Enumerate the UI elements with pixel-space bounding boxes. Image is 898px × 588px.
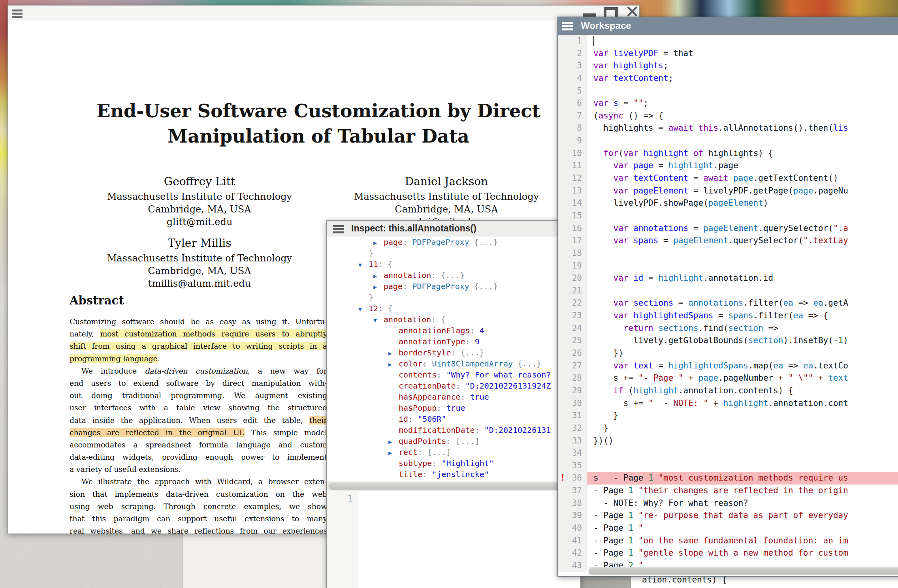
error-marker-icon[interactable]: ! [560, 472, 565, 485]
code-line-source[interactable]: - Page 1 "their changes are reflected in… [587, 485, 898, 497]
code-line[interactable]: 33})() [558, 435, 898, 447]
code-line[interactable]: 25 lively.getGlobalBounds(section).inset… [558, 334, 898, 347]
code-line[interactable]: 41- Page 1 "on the same fundamental foun… [558, 535, 898, 547]
code-line[interactable]: 21 [558, 285, 898, 297]
code-line-source[interactable]: if (highlight.annotation.contents) { [587, 385, 898, 397]
code-line[interactable]: 17 var spans = pageElement.querySelector… [558, 235, 898, 247]
inspector-tree-row[interactable]: hasAppearance: true [327, 391, 580, 402]
code-line[interactable]: 3var highlights; [558, 60, 898, 72]
code-line[interactable]: 35 [558, 460, 898, 472]
code-line-source[interactable]: } [587, 410, 898, 422]
code-line-source[interactable]: lively.getGlobalBounds(section).insetBy(… [587, 334, 898, 347]
inspector-tree-row[interactable]: hasPopup: true [327, 402, 580, 413]
code-line-source[interactable]: s += " - NOTE: " + highlight.annotation.… [587, 397, 898, 410]
code-line-source[interactable]: s - Page 1 "most customization methods r… [587, 472, 898, 485]
inspector-tree-row[interactable]: title: "jenslincke" [327, 469, 580, 480]
inspector-tree-row[interactable]: modificationDate: "D:20210226131 [327, 425, 580, 436]
code-line-source[interactable]: var page = highlight.page [587, 160, 898, 172]
code-line[interactable]: 29 if (highlight.annotation.contents) { [558, 385, 898, 397]
inspector-tree-row[interactable]: id: "506R" [327, 413, 580, 425]
scrollbar-thumb[interactable] [589, 567, 898, 575]
code-line-source[interactable]: - Page 1 "on the same fundamental founda… [587, 535, 898, 547]
inspector-tree-row[interactable]: ▶quadPoints: [...] [327, 436, 580, 447]
code-line[interactable]: 20 var id = highlight.annotation.id [558, 272, 898, 285]
code-line-source[interactable]: var textContent; [587, 72, 898, 85]
code-line-source[interactable] [587, 135, 898, 147]
code-line[interactable]: 11 var page = highlight.page [558, 160, 898, 172]
expand-icon[interactable]: ▶ [373, 282, 384, 293]
inspector-tree-row[interactable]: ▶page: PDFPageProxy {...} [327, 281, 580, 292]
inspector-tree-row[interactable]: ▼annotation: { [327, 314, 580, 325]
code-line-source[interactable] [587, 460, 898, 472]
code-line-source[interactable]: var pageElement = livelyPDF.getPage(page… [587, 185, 898, 197]
code-line-source[interactable]: var highlights; [587, 60, 898, 72]
inspector-tree-row[interactable]: ▼12: { [327, 303, 580, 314]
pdf-window-titlebar[interactable]: ✕ [8, 6, 639, 21]
code-line-source[interactable]: s += "- Page " + page.pageNumber + " \""… [587, 372, 898, 385]
code-line[interactable]: 1 [558, 35, 898, 47]
code-line[interactable]: 13 var pageElement = livelyPDF.getPage(p… [558, 185, 898, 197]
expand-icon[interactable]: ▶ [373, 237, 384, 248]
code-line-source[interactable]: for(var highlight of highlights) { [587, 147, 898, 160]
code-line[interactable]: 18 [558, 247, 898, 260]
collapse-icon[interactable]: ▼ [373, 315, 384, 326]
code-line[interactable]: 22 var sections = annotations.filter(ea … [558, 297, 898, 310]
inspector-horizontal-scrollbar[interactable] [327, 481, 580, 491]
code-line-source[interactable]: var spans = pageElement.querySelector(".… [587, 235, 898, 247]
code-line-source[interactable] [587, 85, 898, 98]
inspector-tree-row[interactable]: } [327, 248, 580, 259]
inspector-code-pane[interactable]: 1 [327, 491, 580, 588]
menu-icon[interactable] [333, 224, 343, 235]
code-line[interactable]: 27 var text = highlightedSpans.map(ea =>… [558, 360, 898, 372]
inspector-tree-row[interactable]: creationDate: "D:20210226131924Z [327, 380, 580, 391]
inspector-tree-row[interactable]: ▶page: PDFPageProxy {...} [327, 237, 580, 248]
inspector-code-editor[interactable] [358, 491, 580, 588]
menu-icon[interactable] [562, 21, 572, 32]
code-line[interactable]: 16 var annotations = pageElement.querySe… [558, 222, 898, 235]
inspector-tree-row[interactable]: ▶annotation: {...} [327, 270, 580, 281]
code-line-source[interactable]: var text = highlightedSpans.map(ea => ea… [587, 360, 898, 372]
code-line-source[interactable]: var annotations = pageElement.querySelec… [587, 222, 898, 235]
menu-icon[interactable] [12, 8, 23, 19]
inspector-tree-row[interactable]: ▶borderStyle: {...} [327, 347, 580, 358]
inspector-tree-row[interactable]: subtype: "Highlight" [327, 458, 580, 469]
collapse-icon[interactable]: ▼ [358, 304, 369, 315]
code-line[interactable]: 26 }) [558, 347, 898, 360]
code-line[interactable]: 30 s += " - NOTE: " + highlight.annotati… [558, 397, 898, 410]
code-line[interactable]: 12 var textContent = await page.getTextC… [558, 172, 898, 185]
code-line-source[interactable] [587, 247, 898, 260]
inspector-tree-row[interactable]: annotationFlags: 4 [327, 325, 580, 336]
inspector-tree-row[interactable]: ▼11: { [327, 259, 580, 270]
code-line-source[interactable] [587, 35, 898, 47]
code-line[interactable]: 40- Page 1 " [558, 522, 898, 535]
code-line-source[interactable]: - Page 1 " [587, 522, 898, 535]
inspector-titlebar[interactable]: Inspect: this.allAnnotations() [327, 221, 580, 237]
code-line-source[interactable]: var s = ""; [587, 97, 898, 110]
code-line-source[interactable]: var highlightedSpans = spans.filter(ea =… [587, 310, 898, 322]
inspector-tree-row[interactable]: annotationType: 9 [327, 336, 580, 347]
code-line[interactable]: 14 livelyPDF.showPage(pageElement) [558, 197, 898, 210]
scrollbar-thumb[interactable] [328, 483, 574, 490]
code-line[interactable]: 15 [558, 210, 898, 222]
workspace-horizontal-scrollbar[interactable] [588, 567, 898, 575]
code-line[interactable]: 10 for(var highlight of highlights) { [558, 147, 898, 160]
code-line-source[interactable] [587, 285, 898, 297]
expand-icon[interactable]: ▶ [388, 359, 399, 370]
workspace-titlebar[interactable]: Workspace [558, 17, 898, 35]
code-line[interactable]: 2var livelyPDF = that [558, 47, 898, 60]
code-line[interactable]: 24 return sections.find(section => [558, 322, 898, 335]
expand-icon[interactable]: ▶ [388, 348, 399, 359]
inspector-tree-row[interactable]: ▶color: Uint8ClampedArray {...} [327, 358, 580, 369]
code-line-source[interactable] [587, 260, 898, 272]
code-line-source[interactable]: }) [587, 347, 898, 360]
inspector-tree-row[interactable]: } [327, 292, 580, 303]
expand-icon[interactable]: ▶ [388, 436, 399, 447]
code-line[interactable]: 32 } [558, 422, 898, 435]
code-line[interactable]: !36s - Page 1 "most customization method… [558, 472, 898, 485]
code-line-source[interactable]: var livelyPDF = that [587, 47, 898, 60]
code-line-source[interactable]: (async () => { [587, 110, 898, 122]
code-line[interactable]: 7(async () => { [558, 110, 898, 122]
code-line-source[interactable]: highlights = await this.allAnnotations()… [587, 122, 898, 135]
code-line[interactable]: 42- Page 1 "gentle slope with a new meth… [558, 547, 898, 560]
code-line-source[interactable]: var textContent = await page.getTextCont… [587, 172, 898, 185]
